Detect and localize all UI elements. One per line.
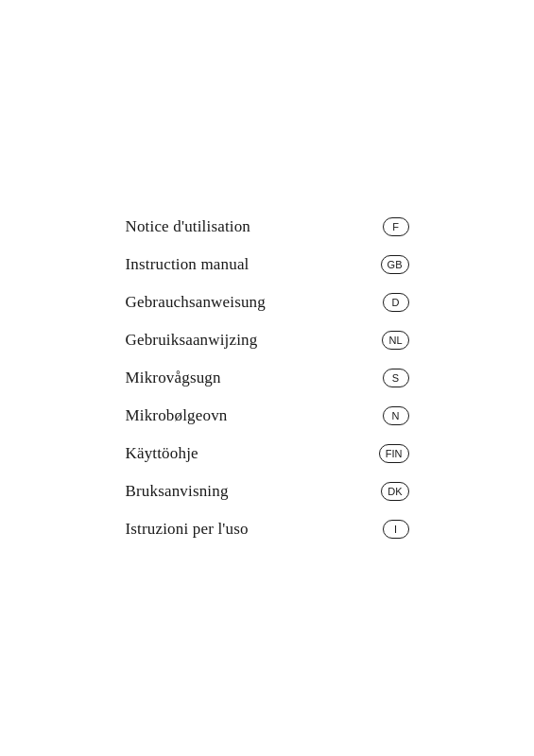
list-item: Istruzioni per l'usoI	[126, 510, 409, 548]
manual-title: Notice d'utilisation	[126, 217, 251, 236]
list-item: MikrobølgeovnN	[126, 397, 409, 435]
manual-title: Gebrauchsanweisung	[126, 293, 266, 312]
lang-badge[interactable]: S	[383, 369, 409, 387]
page-container: Notice d'utilisationFInstruction manualG…	[0, 0, 534, 756]
manual-title: Bruksanvisning	[126, 482, 229, 501]
lang-badge[interactable]: GB	[381, 255, 409, 274]
manual-title: Mikrovågsugn	[126, 369, 221, 387]
list-item: MikrovågsugnS	[126, 359, 409, 397]
list-item: Notice d'utilisationF	[126, 208, 409, 246]
lang-badge[interactable]: DK	[381, 482, 408, 501]
list-item: BruksanvisningDK	[126, 472, 409, 510]
lang-badge[interactable]: I	[383, 520, 409, 539]
lang-badge[interactable]: N	[383, 406, 409, 425]
manual-title: Gebruiksaanwijzing	[126, 331, 258, 350]
lang-badge[interactable]: D	[383, 293, 409, 312]
list-item: Instruction manualGB	[126, 246, 409, 284]
manual-title: Mikrobølgeovn	[126, 406, 228, 425]
list-item: KäyttöohjeFIN	[126, 435, 409, 472]
manual-title: Instruction manual	[126, 255, 250, 274]
content-area: Notice d'utilisationFInstruction manualG…	[126, 189, 409, 567]
lang-badge[interactable]: FIN	[379, 444, 409, 463]
list-item: GebrauchsanweisungD	[126, 284, 409, 321]
manual-title: Käyttöohje	[126, 444, 198, 463]
lang-badge[interactable]: F	[383, 217, 409, 236]
list-item: GebruiksaanwijzingNL	[126, 321, 409, 359]
lang-badge[interactable]: NL	[382, 331, 408, 350]
manual-title: Istruzioni per l'uso	[126, 520, 249, 539]
